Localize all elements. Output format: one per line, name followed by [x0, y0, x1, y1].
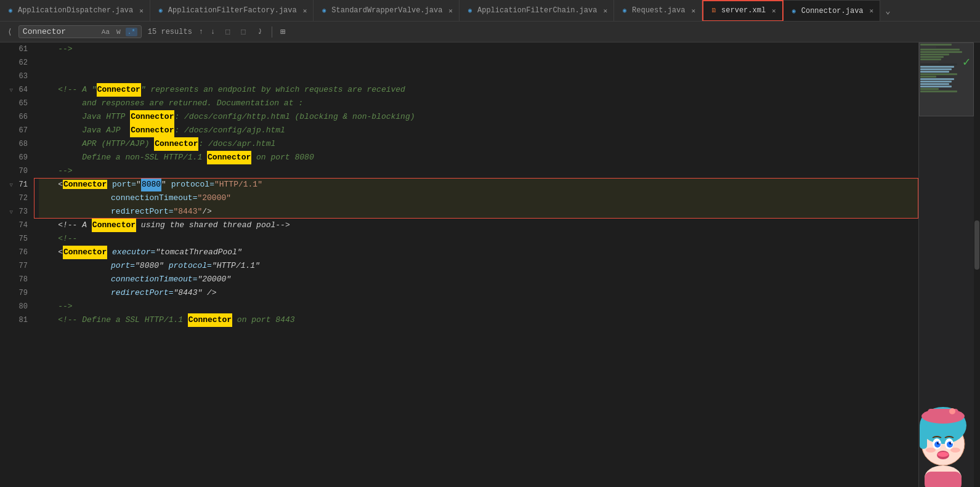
tab-label: Request.java [632, 6, 685, 15]
code-line-63 [39, 70, 918, 83]
search-bar: ⟨ Aa W .* 15 results ↑ ↓ ⬚ ⬚ ⤸ ⊞ [0, 22, 980, 42]
line-71: ▽ 71 [0, 178, 28, 191]
tab-ApplicationFilterFactory[interactable]: ◉ ApplicationFilterFactory.java ✕ [150, 0, 314, 22]
match-word-btn[interactable]: W [115, 28, 123, 36]
search-nav-arrows: ↑ ↓ [196, 26, 218, 38]
editor-area: 61 62 63 ▽ 64 65 66 67 68 [0, 42, 980, 487]
code-line-62 [39, 56, 918, 70]
tab-server-xml[interactable]: 🗎 server.xml ✕ [702, 0, 784, 22]
line-80: 80 [0, 300, 28, 313]
code-line-77: port="8080" protocol="HTTP/1.1" [39, 259, 918, 273]
search-input[interactable] [23, 27, 97, 36]
port-highlight-71: 8080 [141, 178, 161, 191]
line-63: 63 [0, 70, 28, 83]
regex-btn[interactable]: .* [126, 28, 137, 36]
line-gutter: 61 62 63 ▽ 64 65 66 67 68 [0, 42, 34, 487]
code-line-66: Java HTTP Connector: /docs/config/http.h… [39, 110, 918, 124]
java-icon: ◉ [156, 6, 165, 15]
close-tab-btn[interactable]: ✕ [448, 7, 453, 15]
code-line-73: redirectPort="8443"/> [39, 205, 918, 219]
tab-label: server.xml [721, 6, 766, 15]
prev-result-btn[interactable]: ↑ [196, 26, 206, 38]
line-78: 78 [0, 273, 28, 286]
next-result-btn[interactable]: ↓ [208, 26, 218, 38]
tab-label: ApplicationFilterFactory.java [168, 6, 297, 15]
code-line-75: <!-- [39, 232, 918, 246]
line-74: 74 [0, 219, 28, 232]
code-line-68: APR (HTTP/AJP) Connector: /docs/apr.html [39, 137, 918, 151]
line-81: 81 [0, 313, 28, 327]
line-70: 70 [0, 164, 28, 178]
java-icon: ◉ [620, 6, 629, 15]
java-icon: ◉ [466, 6, 474, 15]
code-line-70: --> [39, 164, 918, 178]
code-line-64: <!-- A "Connector" represents an endpoin… [39, 83, 918, 97]
code-line-71: <Connector port="8080" protocol="HTTP/1.… [39, 178, 918, 191]
search-prev-btn[interactable]: ⟨ [5, 26, 15, 38]
java-icon: ◉ [320, 6, 328, 15]
close-tab-btn[interactable]: ✕ [603, 7, 607, 15]
line-66: 66 [0, 110, 28, 124]
close-tab-btn[interactable]: ✕ [870, 7, 874, 15]
xml-icon: 🗎 [710, 6, 718, 15]
select-all-matches-btn[interactable]: ⬚ [222, 25, 233, 38]
tab-label: Connector.java [801, 7, 864, 15]
line-62: 62 [0, 56, 28, 70]
java-icon: ◉ [790, 7, 798, 15]
code-line-81: <!-- Define a SSL HTTP/1.1 Connector on … [39, 313, 918, 327]
connector-highlight-71: Connector [63, 180, 107, 189]
code-editor[interactable]: --> <!-- A "Connector" represents an end… [34, 42, 918, 487]
search-input-wrap: Aa W .* [18, 25, 142, 38]
tab-Connector-java[interactable]: ◉ Connector.java ✕ [784, 0, 880, 22]
line-72: 72 [0, 191, 28, 205]
search-divider [272, 26, 272, 38]
filter-btn[interactable]: ⊞ [277, 25, 288, 38]
line-68: 68 [0, 137, 28, 151]
vertical-scrollbar[interactable] [974, 42, 980, 487]
validation-check: ✓ [963, 54, 970, 70]
tab-label: StandardWrapperValve.java [331, 6, 442, 15]
match-case-btn[interactable]: Aa [100, 28, 111, 36]
code-line-80: --> [39, 300, 918, 313]
code-line-72: connectionTimeout="20000" [39, 191, 918, 205]
close-tab-btn[interactable]: ✕ [691, 7, 695, 15]
tab-ApplicationDispatcher[interactable]: ◉ ApplicationDispatcher.java ✕ [0, 0, 150, 22]
boxed-section: <Connector port="8080" protocol="HTTP/1.… [39, 178, 918, 219]
code-line-69: Define a non-SSL HTTP/1.1 Connector on p… [39, 151, 918, 164]
minimap [918, 42, 974, 487]
wrap-btn[interactable]: ⤸ [253, 25, 267, 38]
tab-StandardWrapperValve[interactable]: ◉ StandardWrapperValve.java ✕ [314, 0, 460, 22]
line-75: 75 [0, 232, 28, 246]
line-76: 76 [0, 246, 28, 259]
tab-bar: ◉ ApplicationDispatcher.java ✕ ◉ Applica… [0, 0, 980, 22]
more-tabs-btn[interactable]: ⌄ [880, 6, 895, 16]
code-line-67: Java AJP Connector: /docs/config/ajp.htm… [39, 124, 918, 137]
line-77: 77 [0, 259, 28, 273]
results-count: 15 results [148, 28, 192, 36]
java-icon: ◉ [6, 6, 15, 15]
close-search-btn[interactable]: ⬚ [238, 25, 249, 38]
line-69: 69 [0, 151, 28, 164]
tab-label: ApplicationFilterChain.java [477, 6, 597, 15]
close-tab-btn[interactable]: ✕ [772, 7, 776, 15]
code-line-65: and responses are returned. Documentatio… [39, 97, 918, 110]
code-line-79: redirectPort="8443" /> [39, 286, 918, 300]
line-65: 65 [0, 97, 28, 110]
line-73: ▽ 73 [0, 205, 28, 219]
line-79: 79 [0, 286, 28, 300]
code-line-76: <Connector executor="tomcatThreadPool" [39, 246, 918, 259]
line-64: ▽ 64 [0, 83, 28, 97]
code-line-78: connectionTimeout="20000" [39, 273, 918, 286]
tab-Request[interactable]: ◉ Request.java ✕ [614, 0, 702, 22]
tab-ApplicationFilterChain[interactable]: ◉ ApplicationFilterChain.java ✕ [460, 0, 614, 22]
code-line-74: <!-- A Connector using the shared thread… [39, 219, 918, 232]
tab-label: ApplicationDispatcher.java [18, 6, 133, 15]
line-67: 67 [0, 124, 28, 137]
close-tab-btn[interactable]: ✕ [303, 7, 307, 15]
code-line-61: --> [39, 42, 918, 56]
close-tab-btn[interactable]: ✕ [139, 7, 144, 15]
line-61: 61 [0, 42, 28, 56]
scrollbar-thumb[interactable] [974, 220, 979, 270]
